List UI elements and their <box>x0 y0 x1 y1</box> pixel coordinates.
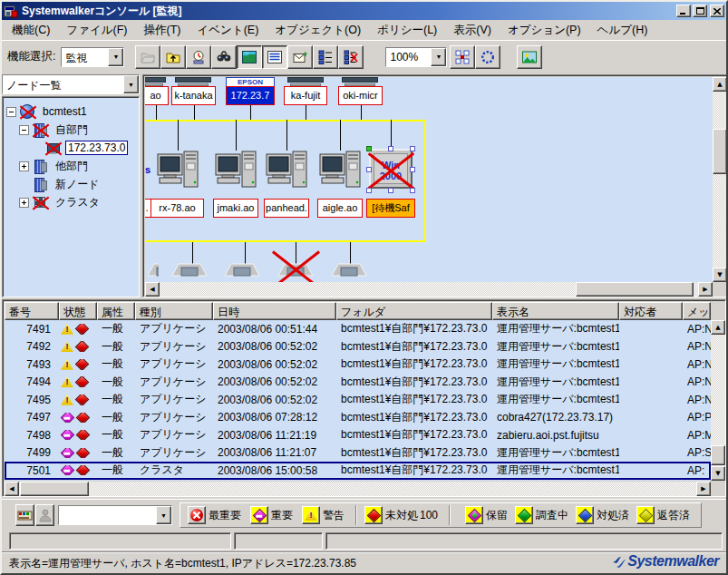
selection-handle[interactable] <box>410 146 415 151</box>
image-view-button[interactable] <box>517 45 542 69</box>
map-view-button[interactable] <box>237 45 262 69</box>
view-select-combo[interactable]: ノード一覧 ▼ <box>2 74 140 94</box>
tree-item-他部門[interactable]: 他部門 <box>3 157 139 175</box>
chevron-down-icon[interactable]: ▼ <box>431 48 446 66</box>
new-mail-button[interactable] <box>287 45 313 69</box>
map-node-k-tanaka[interactable]: k-tanaka <box>171 86 216 105</box>
important-button[interactable] <box>250 506 268 524</box>
map-node-jmaki.ao[interactable]: jmaki.ao <box>213 199 258 218</box>
menu-item-3[interactable]: イベント(E) <box>189 21 267 40</box>
map-node-oki-micr[interactable]: oki-micr <box>338 86 383 105</box>
column-header-8[interactable]: メッ <box>683 302 711 320</box>
minus-expander-icon[interactable] <box>6 107 16 117</box>
plus-expander-icon[interactable] <box>19 161 29 171</box>
tree-item-172.23.73.0[interactable]: 172.23.73.0 <box>3 139 139 157</box>
maximize-button[interactable] <box>693 5 707 17</box>
net-grid-button[interactable] <box>450 45 475 69</box>
selection-handle[interactable] <box>366 188 372 193</box>
map-node-ka-fujit[interactable]: ka-fujit <box>284 86 327 105</box>
column-header-0[interactable]: 番号 <box>5 302 59 320</box>
selection-handle[interactable] <box>410 167 415 172</box>
table-row-7501[interactable]: 7501一般クラスタ2003/08/06 15:00:58bcmtest1¥自部… <box>5 462 711 480</box>
table-row-7495[interactable]: 7495一般アプリケーシ2003/08/06 00:52:02bcmtest1¥… <box>5 391 711 409</box>
table-hscrollbar[interactable] <box>5 482 711 496</box>
scroll-right-icon[interactable]: ▶ <box>698 282 713 297</box>
column-header-5[interactable]: フォルダ <box>336 302 492 320</box>
open-folder-button[interactable] <box>135 45 160 69</box>
scroll-down-icon[interactable]: ▼ <box>711 466 725 481</box>
table-row-7499[interactable]: 7499一般アプリケーシ2003/08/06 11:21:07bcmtest1¥… <box>5 444 711 463</box>
menu-item-7[interactable]: オプション(P) <box>500 21 589 40</box>
chevron-down-icon[interactable]: ▼ <box>108 48 123 66</box>
minimize-button[interactable] <box>676 5 691 17</box>
plus-expander-icon[interactable] <box>19 198 29 208</box>
map-node-panhead.[interactable]: panhead. <box>264 199 309 218</box>
map-node-172.23.7[interactable]: 172.23.7 <box>226 86 275 105</box>
tree-item-新ノード[interactable]: 新ノード <box>3 175 139 193</box>
warning-button[interactable] <box>302 506 320 524</box>
menu-item-6[interactable]: 表示(V) <box>445 21 500 40</box>
scroll-right-icon[interactable]: ▶ <box>696 482 711 496</box>
column-header-4[interactable]: 日時 <box>213 302 336 320</box>
tree-item-bcmtest1[interactable]: bcmtest1 <box>3 102 139 121</box>
tree-item-クラスタ[interactable]: クラスタ <box>3 193 139 211</box>
unhandled-button[interactable] <box>364 506 383 524</box>
chevron-down-icon[interactable]: ▼ <box>123 75 139 93</box>
map-vscroll-thumb[interactable] <box>713 129 727 174</box>
selection-handle[interactable] <box>366 146 372 151</box>
table-hscroll-thumb[interactable] <box>20 482 89 496</box>
map-hscroll-thumb[interactable] <box>576 282 694 297</box>
menu-item-1[interactable]: ファイル(F) <box>58 21 135 40</box>
map-node-aigle.ao[interactable]: aigle.ao <box>317 199 363 218</box>
computer-icon[interactable] <box>266 151 307 196</box>
net-ring-button[interactable] <box>475 45 500 69</box>
table-row-7493[interactable]: 7493一般アプリケーシ2003/08/06 00:52:02bcmtest1¥… <box>5 356 711 374</box>
menu-item-5[interactable]: ポリシー(L) <box>369 21 445 40</box>
map-node-ao[interactable]: ao <box>145 86 169 105</box>
scroll-left-icon[interactable]: ◀ <box>5 482 19 496</box>
scroll-down-icon[interactable]: ▼ <box>713 268 727 282</box>
network-map[interactable]: EPSONaok-tanaka172.23.7ka-fujitoki-micrW… <box>145 77 713 282</box>
table-vscroll-thumb[interactable] <box>711 445 725 465</box>
tree-item-自部門[interactable]: 自部門 <box>3 121 139 139</box>
function-select-combo[interactable]: 監視 ▼ <box>61 47 124 67</box>
replied-button[interactable] <box>636 506 655 524</box>
list-view-button[interactable] <box>262 45 287 69</box>
selection-handle[interactable] <box>388 146 393 151</box>
win2000-node[interactable]: Win2000 <box>369 149 413 189</box>
table-row-7497[interactable]: 7497一般アプリケーシ2003/08/06 07:28:12bcmtest1¥… <box>5 409 711 427</box>
map-node-[待機Saf[interactable]: [待機Saf <box>366 199 415 218</box>
map-node-rx-78.ao[interactable]: rx-78.ao <box>150 199 204 218</box>
column-header-1[interactable]: 状態 <box>59 302 97 320</box>
tree-list-button[interactable] <box>313 45 338 69</box>
selection-handle[interactable] <box>388 188 393 193</box>
folder-up-button[interactable] <box>160 45 186 69</box>
tree-delete-button[interactable] <box>338 45 364 69</box>
computer-icon[interactable] <box>157 151 199 196</box>
close-button[interactable] <box>710 5 724 17</box>
resolved-button[interactable] <box>576 506 594 524</box>
column-header-7[interactable]: 対応者 <box>619 302 683 320</box>
map-vscrollbar[interactable] <box>713 77 727 282</box>
menu-item-0[interactable]: 機能(C) <box>4 21 58 40</box>
minus-expander-icon[interactable] <box>19 125 29 135</box>
selection-handle[interactable] <box>366 167 372 172</box>
table-row-7494[interactable]: 7494一般アプリケーシ2003/08/06 00:52:02bcmtest1¥… <box>5 374 711 392</box>
column-header-2[interactable]: 属性 <box>97 302 135 320</box>
menu-item-8[interactable]: ヘルプ(H) <box>589 21 656 40</box>
table-row-7498[interactable]: 7498一般アプリケーシ2003/08/06 11:21:19bcmtest1¥… <box>5 426 711 444</box>
chevron-down-icon[interactable]: ▼ <box>156 506 171 524</box>
scroll-up-icon[interactable]: ▲ <box>713 77 727 92</box>
scroll-left-icon[interactable]: ◀ <box>145 282 160 297</box>
computer-icon[interactable] <box>319 151 361 196</box>
computer-icon[interactable] <box>215 151 257 196</box>
responder-combo[interactable]: ▼ <box>58 505 172 525</box>
hold-button[interactable] <box>465 506 483 524</box>
critical-button[interactable] <box>188 506 206 524</box>
menu-item-4[interactable]: オブジェクト(O) <box>267 21 369 40</box>
investigating-button[interactable] <box>515 506 533 524</box>
scroll-up-icon[interactable]: ▲ <box>711 320 725 335</box>
table-row-7491[interactable]: 7491一般アプリケーシ2003/08/06 00:51:44bcmtest1¥… <box>5 320 711 338</box>
zoom-combo[interactable]: 100% ▼ <box>385 47 447 67</box>
find-binoculars-button[interactable] <box>211 45 237 69</box>
